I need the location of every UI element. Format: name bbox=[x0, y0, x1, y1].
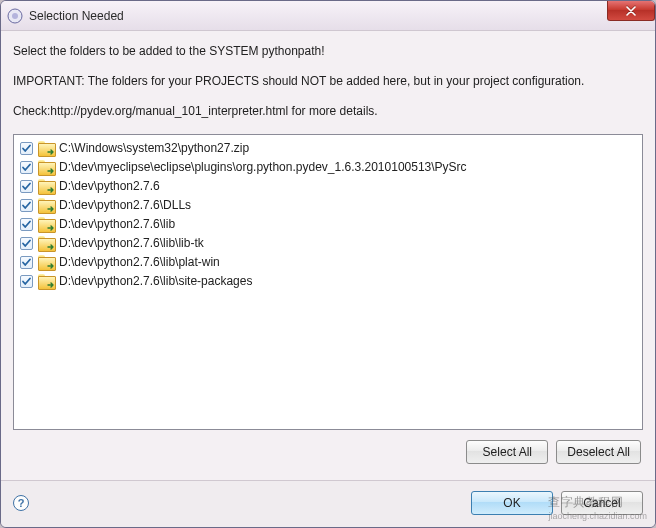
folder-list-item[interactable]: D:\dev\python2.7.6\lib\site-packages bbox=[16, 272, 640, 291]
cancel-button[interactable]: Cancel bbox=[561, 491, 643, 515]
folder-path: C:\Windows\system32\python27.zip bbox=[59, 141, 249, 155]
folder-path: D:\dev\python2.7.6\DLLs bbox=[59, 198, 191, 212]
checkbox[interactable] bbox=[20, 180, 33, 193]
folder-path: D:\dev\python2.7.6\lib bbox=[59, 217, 175, 231]
folder-list-item[interactable]: C:\Windows\system32\python27.zip bbox=[16, 139, 640, 158]
help-icon[interactable]: ? bbox=[13, 495, 29, 511]
titlebar: Selection Needed bbox=[1, 1, 655, 31]
window-title: Selection Needed bbox=[29, 9, 124, 23]
svg-point-1 bbox=[12, 13, 18, 19]
dialog-window: Selection Needed Select the folders to b… bbox=[0, 0, 656, 528]
app-icon bbox=[7, 8, 23, 24]
folder-list-item[interactable]: D:\dev\myeclipse\eclipse\plugins\org.pyt… bbox=[16, 158, 640, 177]
folder-icon bbox=[38, 274, 54, 288]
ok-button[interactable]: OK bbox=[471, 491, 553, 515]
folder-list-item[interactable]: D:\dev\python2.7.6 bbox=[16, 177, 640, 196]
folder-icon bbox=[38, 160, 54, 174]
select-all-button[interactable]: Select All bbox=[466, 440, 548, 464]
folder-path: D:\dev\python2.7.6\lib\lib-tk bbox=[59, 236, 204, 250]
checkbox[interactable] bbox=[20, 275, 33, 288]
checkbox[interactable] bbox=[20, 161, 33, 174]
checkbox[interactable] bbox=[20, 218, 33, 231]
folder-list-item[interactable]: D:\dev\python2.7.6\lib bbox=[16, 215, 640, 234]
checkbox[interactable] bbox=[20, 142, 33, 155]
dialog-body: Select the folders to be added to the SY… bbox=[1, 31, 655, 480]
folder-path: D:\dev\python2.7.6 bbox=[59, 179, 160, 193]
dialog-footer: ? OK Cancel bbox=[1, 480, 655, 527]
folder-icon bbox=[38, 141, 54, 155]
instruction-line-2: IMPORTANT: The folders for your PROJECTS… bbox=[13, 73, 643, 89]
folder-icon bbox=[38, 198, 54, 212]
folder-path: D:\dev\myeclipse\eclipse\plugins\org.pyt… bbox=[59, 160, 467, 174]
folder-list-item[interactable]: D:\dev\python2.7.6\lib\lib-tk bbox=[16, 234, 640, 253]
folder-path: D:\dev\python2.7.6\lib\plat-win bbox=[59, 255, 220, 269]
close-button[interactable] bbox=[607, 1, 655, 21]
selection-buttons: Select All Deselect All bbox=[13, 430, 643, 472]
checkbox[interactable] bbox=[20, 199, 33, 212]
checkbox[interactable] bbox=[20, 237, 33, 250]
folder-path: D:\dev\python2.7.6\lib\site-packages bbox=[59, 274, 252, 288]
deselect-all-button[interactable]: Deselect All bbox=[556, 440, 641, 464]
folder-list-item[interactable]: D:\dev\python2.7.6\DLLs bbox=[16, 196, 640, 215]
folder-icon bbox=[38, 236, 54, 250]
instructions: Select the folders to be added to the SY… bbox=[13, 43, 643, 134]
folder-list-item[interactable]: D:\dev\python2.7.6\lib\plat-win bbox=[16, 253, 640, 272]
folder-icon bbox=[38, 217, 54, 231]
instruction-line-3: Check:http://pydev.org/manual_101_interp… bbox=[13, 103, 643, 119]
instruction-line-1: Select the folders to be added to the SY… bbox=[13, 43, 643, 59]
folder-icon bbox=[38, 255, 54, 269]
folder-icon bbox=[38, 179, 54, 193]
folder-list[interactable]: C:\Windows\system32\python27.zipD:\dev\m… bbox=[13, 134, 643, 430]
checkbox[interactable] bbox=[20, 256, 33, 269]
